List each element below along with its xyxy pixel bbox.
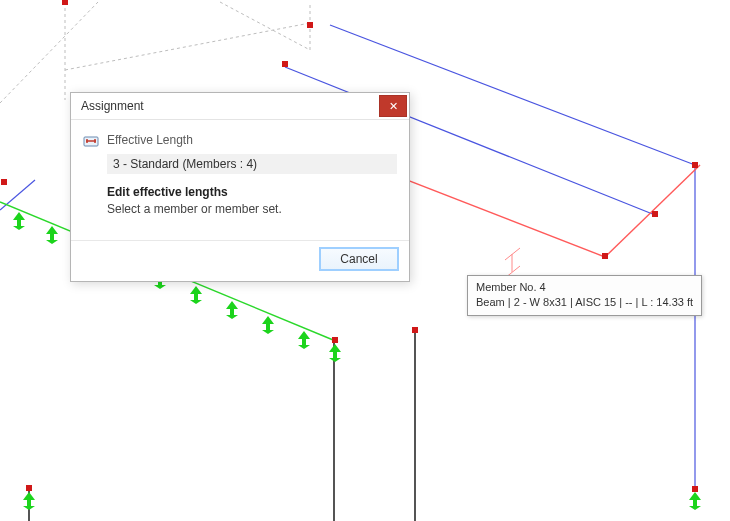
- svg-rect-28: [333, 352, 337, 358]
- svg-marker-18: [226, 301, 238, 309]
- standard-item[interactable]: 3 - Standard (Members : 4): [107, 154, 397, 174]
- node[interactable]: [282, 61, 288, 67]
- svg-rect-22: [266, 324, 270, 330]
- tooltip-details: Beam | 2 - W 8x31 | AISC 15 | -- | L : 1…: [476, 295, 693, 310]
- member-tooltip: Member No. 4 Beam | 2 - W 8x31 | AISC 15…: [467, 275, 702, 316]
- support-glyph: [258, 314, 278, 334]
- node[interactable]: [602, 253, 608, 259]
- tooltip-title: Member No. 4: [476, 280, 693, 295]
- support-glyph: [325, 342, 345, 362]
- cancel-button[interactable]: Cancel: [319, 247, 399, 271]
- svg-rect-34: [693, 500, 697, 506]
- dialog-body: Effective Length 3 - Standard (Members :…: [71, 120, 409, 234]
- node[interactable]: [307, 22, 313, 28]
- svg-marker-26: [298, 345, 310, 349]
- svg-marker-5: [46, 240, 58, 244]
- svg-marker-15: [190, 286, 202, 294]
- column-lines[interactable]: [29, 330, 415, 521]
- assignment-dialog: Assignment ✕ Effective Length 3 - Standa…: [70, 92, 410, 282]
- section-title: Effective Length: [107, 133, 193, 147]
- svg-marker-3: [46, 226, 58, 234]
- svg-rect-16: [194, 294, 198, 300]
- svg-marker-35: [689, 506, 701, 510]
- support-glyph: [9, 210, 29, 230]
- svg-marker-30: [23, 492, 35, 500]
- model-viewport[interactable]: Member No. 4 Beam | 2 - W 8x31 | AISC 15…: [0, 0, 730, 521]
- support-glyph: [186, 284, 206, 304]
- svg-marker-32: [23, 506, 35, 510]
- support-glyph: [42, 224, 62, 244]
- svg-marker-14: [154, 285, 166, 289]
- close-button[interactable]: ✕: [379, 95, 407, 117]
- support-glyph: [222, 299, 242, 319]
- standard-item-label: 3 - Standard (Members : 4): [113, 157, 257, 171]
- effective-length-section: Effective Length 3 - Standard (Members :…: [83, 130, 397, 218]
- svg-rect-4: [50, 234, 54, 240]
- node[interactable]: [692, 162, 698, 168]
- dialog-buttons: Cancel: [71, 240, 409, 281]
- svg-marker-33: [689, 492, 701, 500]
- support-glyph: [685, 490, 705, 510]
- svg-marker-23: [262, 330, 274, 334]
- svg-marker-29: [329, 358, 341, 362]
- svg-rect-1: [17, 220, 21, 226]
- effective-length-icon: [83, 132, 99, 148]
- svg-rect-31: [27, 500, 31, 506]
- instruction-sub: Select a member or member set.: [107, 201, 397, 218]
- node[interactable]: [652, 211, 658, 217]
- construction-lines: [0, 2, 310, 103]
- svg-marker-21: [262, 316, 274, 324]
- support-glyph: [294, 329, 314, 349]
- instruction-bold: Edit effective lengths: [107, 184, 397, 201]
- instruction-text: Edit effective lengths Select a member o…: [107, 184, 397, 218]
- node[interactable]: [412, 327, 418, 333]
- support-glyph: [19, 490, 39, 510]
- section-glyph: [505, 248, 520, 278]
- node[interactable]: [62, 0, 68, 5]
- dialog-title: Assignment: [81, 99, 144, 113]
- close-icon: ✕: [389, 101, 398, 112]
- svg-marker-17: [190, 300, 202, 304]
- svg-marker-20: [226, 315, 238, 319]
- svg-marker-27: [329, 344, 341, 352]
- svg-marker-0: [13, 212, 25, 220]
- node[interactable]: [1, 179, 7, 185]
- svg-rect-19: [230, 309, 234, 315]
- dialog-titlebar[interactable]: Assignment ✕: [71, 93, 409, 120]
- svg-marker-24: [298, 331, 310, 339]
- svg-rect-25: [302, 339, 306, 345]
- svg-marker-2: [13, 226, 25, 230]
